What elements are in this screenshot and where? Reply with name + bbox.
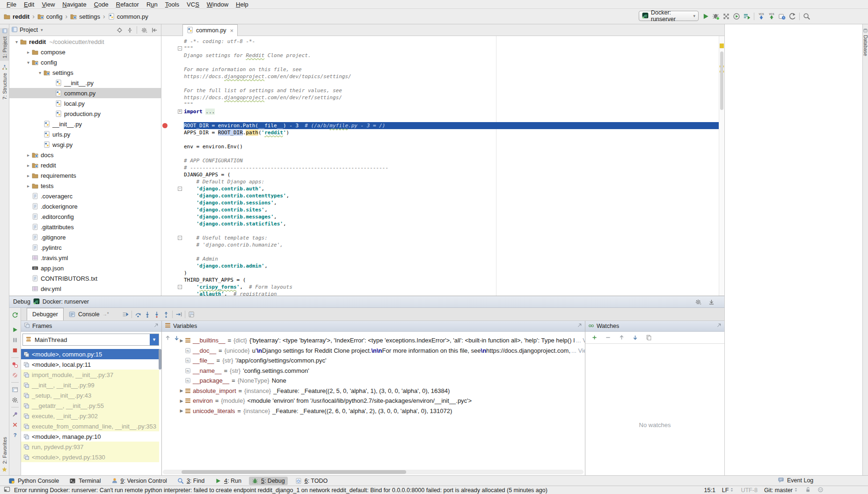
code-line-3[interactable]: Django settings for Reddit Clone project…	[161, 52, 719, 59]
frame-item-1[interactable]: <module>, common.py:15	[21, 349, 159, 359]
menu-item-help[interactable]: Help	[232, 1, 252, 8]
thread-selector[interactable]: MainThread ▼	[22, 334, 159, 346]
search-everywhere-button[interactable]	[802, 12, 811, 21]
code-line-13[interactable]: ROOT_DIR = environ.Path(__file__) - 3 # …	[161, 122, 719, 129]
code-line-26[interactable]: 'django.contrib.messages',	[161, 213, 719, 220]
code-line-6[interactable]: https://docs.djangoproject.com/en/dev/to…	[161, 73, 719, 80]
view-breakpoints-button[interactable]	[10, 360, 20, 370]
stripe-2-favorites[interactable]: 2: Favorites	[0, 434, 9, 472]
evaluate-button[interactable]	[187, 310, 196, 319]
toolwindow-button-4-run[interactable]: 4: Run	[212, 477, 244, 485]
chevron-right-icon[interactable]: ▸	[25, 173, 32, 178]
code-line-10[interactable]: """	[161, 101, 719, 108]
menu-item-run[interactable]: Run	[143, 1, 161, 8]
inspection-marker[interactable]	[720, 44, 724, 48]
chevron-down-icon[interactable]: ▾	[25, 60, 32, 65]
code-line-21[interactable]: # Default Django apps:	[161, 178, 719, 185]
tree-item-pylintrc[interactable]: .pylintrc	[9, 242, 161, 253]
scrollbar-thumb[interactable]	[720, 51, 723, 110]
variable-row-package[interactable]: 81__package__={NoneType}None	[178, 376, 585, 386]
code-line-22[interactable]: - 'django.contrib.auth',	[161, 185, 719, 192]
view-link[interactable]: ... View	[571, 347, 585, 354]
show-execution-point-button[interactable]	[121, 310, 130, 319]
frame-item-8[interactable]: execute_from_command_line, __init__.py:3…	[21, 421, 159, 431]
tree-item-wsgi-py[interactable]: wsgi.py	[9, 139, 161, 150]
fold-marker-icon[interactable]: +	[178, 109, 182, 114]
breadcrumb-item-common-py[interactable]: common.py	[108, 13, 148, 20]
gear-arrow-button[interactable]	[693, 297, 703, 306]
vcs-update-button[interactable]: VCS	[757, 12, 766, 21]
menu-item-edit[interactable]: Edit	[20, 1, 38, 8]
code-line-34[interactable]: )	[161, 269, 719, 276]
code-line-7[interactable]	[161, 80, 719, 87]
hide-panel-button[interactable]	[150, 25, 159, 35]
frame-item-4[interactable]: __init__, __init__.py:99	[21, 380, 159, 390]
tree-item-travis-yml[interactable]: .travis.yml	[9, 253, 161, 263]
tree-item-dockerignore[interactable]: .dockerignore	[9, 201, 161, 211]
chevron-right-icon[interactable]: ▶	[178, 338, 185, 343]
up-icon[interactable]	[165, 335, 171, 341]
remove-watch-button[interactable]	[603, 333, 613, 342]
tree-item-init-py[interactable]: __init__.py	[9, 78, 161, 88]
menu-item-window[interactable]: Window	[203, 1, 232, 8]
chevron-right-icon[interactable]: ▸	[25, 50, 32, 55]
toolwindow-icon[interactable]	[4, 486, 10, 493]
profiler-button[interactable]	[732, 12, 741, 21]
frame-item-10[interactable]: run, pydevd.py:937	[21, 442, 159, 452]
add-watch-button[interactable]	[590, 333, 599, 342]
frame-item-6[interactable]: __getattr__, __init__.py:55	[21, 400, 159, 411]
code-line-35[interactable]: THIRD_PARTY_APPS = (	[161, 276, 719, 283]
mute-breakpoints-button[interactable]	[10, 370, 20, 380]
gear-arrow-button[interactable]	[10, 395, 20, 405]
tree-item-docs[interactable]: ▸docs	[9, 150, 161, 160]
code-line-5[interactable]: For more information on this file, see	[161, 66, 719, 73]
tree-item-contributors-txt[interactable]: CONTRIBUTORS.txt	[9, 273, 161, 283]
code-line-28[interactable]	[161, 227, 719, 234]
editor-gutter[interactable]	[161, 66, 184, 73]
breadcrumb-item-config[interactable]: config	[37, 13, 63, 20]
debug-button[interactable]	[711, 12, 721, 21]
chevron-down-icon[interactable]: ▾	[41, 28, 43, 32]
editor-gutter[interactable]	[161, 94, 184, 101]
variable-row-environ[interactable]: ▶environ={module}<module 'environ' from …	[178, 396, 585, 406]
chevron-right-icon[interactable]: ▶	[178, 408, 185, 413]
menu-item-view[interactable]: View	[38, 1, 58, 8]
restore-layout-button[interactable]	[10, 385, 20, 394]
tree-item-app-json[interactable]: { }app.json	[9, 263, 161, 273]
pin-button[interactable]	[10, 410, 20, 419]
up-watch-button[interactable]	[617, 333, 626, 342]
editor-gutter[interactable]	[161, 262, 184, 269]
horizontal-scrollbar[interactable]	[163, 470, 584, 474]
lock-open-icon[interactable]	[805, 487, 811, 493]
tree-item-coveragerc[interactable]: .coveragerc	[9, 191, 161, 201]
float-icon[interactable]	[153, 323, 159, 328]
code-line-8[interactable]: For the full list of settings and their …	[161, 87, 719, 94]
chevron-right-icon[interactable]: ▶	[178, 399, 185, 403]
editor-gutter[interactable]	[161, 213, 184, 220]
editor-gutter[interactable]	[161, 291, 184, 296]
editor-gutter[interactable]	[161, 206, 184, 213]
code-line-1[interactable]: # -*- coding: utf-8 -*-	[161, 38, 719, 45]
stripe-database[interactable]: Database	[863, 28, 868, 58]
tab-console[interactable]: Console→*	[64, 308, 114, 320]
tree-item-editorconfig[interactable]: .editorconfig	[9, 211, 161, 222]
running-list-button[interactable]	[742, 12, 751, 21]
breadcrumb-item-settings[interactable]: settings	[70, 13, 100, 20]
code-line-31[interactable]	[161, 248, 719, 255]
editor-gutter[interactable]	[161, 115, 184, 122]
editor-gutter[interactable]	[161, 143, 184, 150]
editor-gutter[interactable]	[161, 52, 184, 59]
toolwindow-button-6-todo[interactable]: 6: TODO	[292, 477, 331, 485]
revert-button[interactable]	[788, 12, 797, 21]
code-line-4[interactable]	[161, 59, 719, 66]
event-log-button[interactable]: Event Log	[778, 475, 813, 486]
code-line-2[interactable]: -"""	[161, 45, 719, 52]
step-out-button[interactable]	[161, 310, 171, 319]
code-line-15[interactable]	[161, 136, 719, 143]
editor-gutter[interactable]	[161, 164, 184, 171]
tree-item-settings[interactable]: ▾settings	[9, 67, 161, 78]
copy-watch-button[interactable]	[644, 333, 653, 342]
editor-gutter[interactable]	[161, 101, 184, 108]
tree-item-reddit[interactable]: ▾reddit~/cookiecutter/reddit	[9, 36, 161, 47]
editor-gutter[interactable]	[161, 122, 184, 129]
